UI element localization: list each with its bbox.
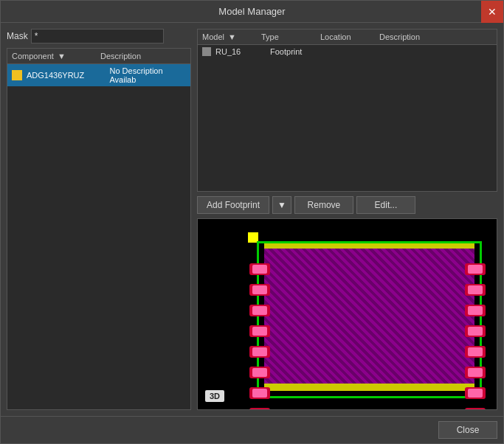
pin-left-4 [249, 325, 270, 337]
fp-outer-border [257, 241, 482, 398]
window-close-button[interactable]: ✕ [481, 1, 503, 23]
component-table-header: Component ▼ Description [7, 49, 190, 64]
add-footprint-dropdown[interactable]: ▼ [272, 196, 291, 214]
col-model-header: Model ▼ [202, 32, 261, 41]
close-button[interactable]: Close [438, 421, 497, 439]
action-bar: Add Footprint ▼ Remove Edit... [197, 196, 497, 214]
mask-input[interactable] [31, 29, 164, 44]
model-table-header: Model ▼ Type Location Description [198, 30, 497, 45]
model-type: Footprint [270, 47, 329, 56]
pin-left-1 [249, 263, 270, 275]
pin-right-7 [465, 387, 486, 399]
footer: Close [1, 416, 503, 443]
component-icon [12, 70, 22, 80]
mask-label: Mask [7, 31, 28, 41]
col-location-header: Location [320, 32, 379, 41]
left-panel: Mask Component ▼ Description ADG1436YRUZ… [7, 29, 191, 410]
model-name: RU_16 [215, 47, 270, 56]
title-bar: Model Manager ✕ [1, 1, 503, 23]
col-desc-header: Description [379, 32, 492, 41]
model-icon [202, 47, 211, 56]
component-table: Component ▼ Description ADG1436YRUZ No D… [7, 48, 191, 410]
footprint-preview: 3D [197, 218, 497, 410]
pin-left-5 [249, 346, 270, 358]
pin-right-3 [465, 305, 486, 316]
pin-right-6 [465, 367, 486, 378]
3d-badge[interactable]: 3D [205, 390, 224, 402]
pin-right-5 [465, 346, 486, 358]
left-pins [249, 263, 270, 409]
pin-left-7 [249, 387, 270, 399]
add-footprint-button[interactable]: Add Footprint [197, 196, 269, 214]
pin-left-3 [249, 305, 270, 316]
right-panel: Model ▼ Type Location Description RU_16 … [197, 29, 497, 410]
pin-right-2 [465, 284, 486, 296]
pin-left-6 [249, 367, 270, 378]
right-pins [465, 263, 486, 409]
edit-button[interactable]: Edit... [356, 196, 415, 214]
component-row[interactable]: ADG1436YRUZ No Description Availab [7, 64, 190, 86]
col-component-header: Component ▼ [12, 52, 100, 60]
mask-row: Mask [7, 29, 191, 44]
remove-button[interactable]: Remove [294, 196, 353, 214]
col-type-header: Type [261, 32, 320, 41]
component-name: ADG1436YRUZ [27, 71, 109, 80]
preview-canvas: 3D [198, 219, 497, 409]
main-content: Mask Component ▼ Description ADG1436YRUZ… [1, 23, 503, 416]
pin-right-1 [465, 263, 486, 275]
component-description: No Description Availab [109, 66, 186, 84]
model-manager-dialog: Model Manager ✕ Mask Component ▼ Descrip… [0, 0, 504, 444]
pin-right-4 [465, 325, 486, 337]
pin-right-8 [465, 408, 486, 409]
model-row[interactable]: RU_16 Footprint [198, 45, 497, 58]
model-table: Model ▼ Type Location Description RU_16 … [197, 29, 497, 192]
pin-left-2 [249, 284, 270, 296]
col-description-header: Description [100, 52, 186, 60]
dialog-title: Model Manager [218, 6, 285, 17]
pin-left-8 [249, 408, 270, 409]
